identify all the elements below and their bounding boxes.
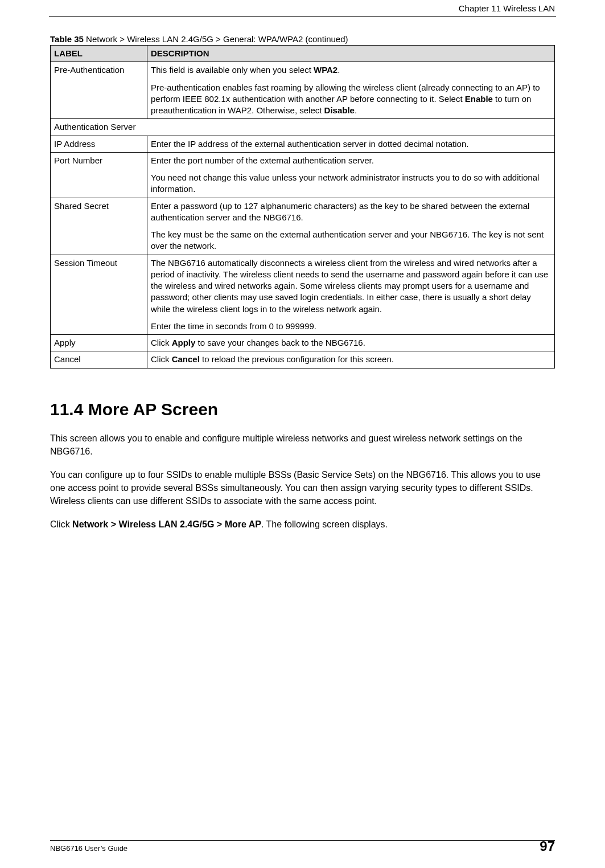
table-row: Session TimeoutThe NBG6716 automatically…	[51, 255, 555, 335]
body-paragraph: You can configure up to four SSIDs to en…	[50, 468, 555, 508]
table-title: Network > Wireless LAN 2.4G/5G > General…	[84, 34, 348, 44]
label-cell: Apply	[51, 335, 147, 351]
table-row: Authentication Server	[51, 119, 555, 136]
table-row: Pre-AuthenticationThis field is availabl…	[51, 62, 555, 119]
label-cell: Shared Secret	[51, 198, 147, 255]
label-cell: Pre-Authentication	[51, 62, 147, 119]
col-label-header: LABEL	[51, 46, 147, 62]
body-paragraph: This screen allows you to enable and con…	[50, 432, 555, 458]
label-cell: IP Address	[51, 136, 147, 152]
desc-cell: This field is available only when you se…	[147, 62, 555, 119]
footer-guide: NBG6716 User’s Guide	[50, 844, 127, 853]
desc-cell: Enter the IP address of the external aut…	[147, 136, 555, 152]
top-rule	[49, 16, 556, 17]
label-cell: Port Number	[51, 152, 147, 198]
desc-cell: The NBG6716 automatically disconnects a …	[147, 255, 555, 335]
desc-cell: Enter the port number of the external au…	[147, 152, 555, 198]
table-row: Shared SecretEnter a password (up to 127…	[51, 198, 555, 255]
desc-cell: Click Cancel to reload the previous conf…	[147, 351, 555, 368]
table-row: ApplyClick Apply to save your changes ba…	[51, 335, 555, 351]
table-row: CancelClick Cancel to reload the previou…	[51, 351, 555, 368]
settings-table: LABEL DESCRIPTION Pre-AuthenticationThis…	[50, 45, 555, 369]
section-heading: 11.4 More AP Screen	[50, 400, 555, 419]
label-cell: Authentication Server	[51, 119, 555, 136]
footer-page-number: 97	[540, 838, 555, 854]
table-row: IP AddressEnter the IP address of the ex…	[51, 136, 555, 152]
label-cell: Session Timeout	[51, 255, 147, 335]
chapter-header: Chapter 11 Wireless LAN	[459, 3, 555, 13]
table-number: Table 35	[50, 34, 84, 44]
desc-cell: Enter a password (up to 127 alphanumeric…	[147, 198, 555, 255]
table-row: Port NumberEnter the port number of the …	[51, 152, 555, 198]
label-cell: Cancel	[51, 351, 147, 368]
body-paragraph: Click Network > Wireless LAN 2.4G/5G > M…	[50, 518, 555, 531]
page-footer: NBG6716 User’s Guide 97	[50, 840, 555, 854]
desc-cell: Click Apply to save your changes back to…	[147, 335, 555, 351]
col-desc-header: DESCRIPTION	[147, 46, 555, 62]
section-body: This screen allows you to enable and con…	[50, 432, 555, 531]
table-caption: Table 35 Network > Wireless LAN 2.4G/5G …	[50, 34, 555, 44]
